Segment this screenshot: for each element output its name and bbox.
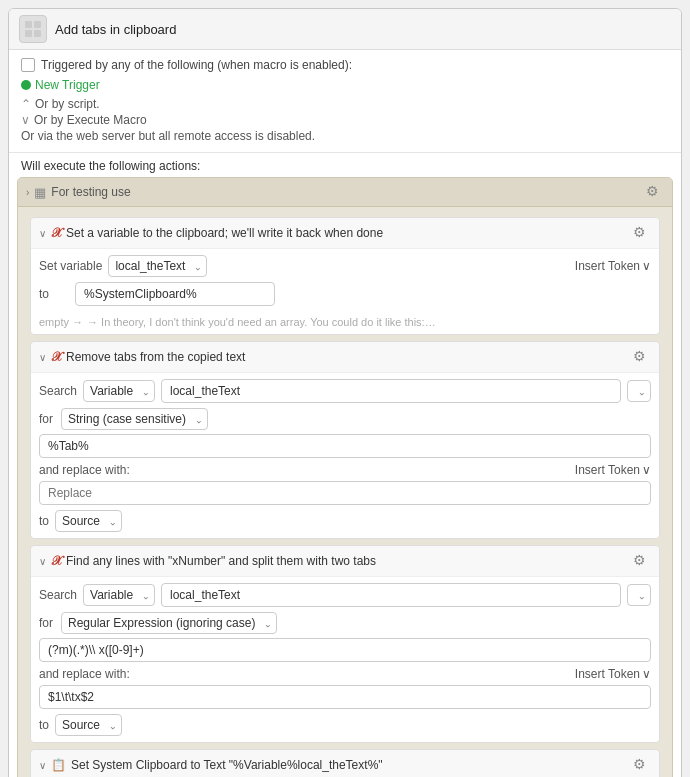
action2-for-type-select[interactable]: String (case sensitive) [61,408,208,430]
triggers-header-text: Triggered by any of the following (when … [41,58,352,72]
group-gear-icon[interactable]: ⚙ [646,183,664,201]
action1-body: Set variable local_theText Insert Token … [31,249,659,334]
action3-for-value-row [39,638,651,662]
action3-to-label: to [39,718,49,732]
action3-replace-label-row: and replace with: Insert Token ∨ [39,667,651,681]
action1-set-label: Set variable [39,259,102,273]
action-set-variable: ∨ 𝒳 Set a variable to the clipboard; we'… [30,217,660,335]
action1-variable-select-wrap: local_theText [108,255,207,277]
action1-chevron-icon[interactable]: ∨ [39,228,46,239]
action-group-title-row: › ▦ For testing use [26,185,131,200]
action3-body: Search Variable [31,577,659,742]
action3-for-type-wrap: Regular Expression (ignoring case) [61,612,277,634]
enabled-checkbox[interactable] [21,58,35,72]
action3-insert-token[interactable]: Insert Token ∨ [575,667,651,681]
action3-replace-input[interactable] [39,685,651,709]
action3-for-label: for [39,616,57,630]
action2-variable-dropdown[interactable] [627,380,651,402]
triggers-header: Triggered by any of the following (when … [21,58,669,72]
action3-for-row: for Regular Expression (ignoring case) [39,612,651,634]
action2-to-type-wrap: Source [55,510,122,532]
action-remove-tabs: ∨ 𝒳 Remove tabs from the copied text ⚙ S… [30,341,660,539]
action3-for-type-select[interactable]: Regular Expression (ignoring case) [61,612,277,634]
action2-body: Search Variable [31,373,659,538]
action1-hint-text: → In theory, I don't think you'd need an… [87,316,436,328]
action3-replace-label: and replace with: [39,667,130,681]
new-trigger-button[interactable]: New Trigger [21,78,669,92]
action-set-clipboard: ∨ 📋 Set System Clipboard to Text "%Varia… [30,749,660,777]
action-group-header: › ▦ For testing use ⚙ [18,178,672,207]
action1-to-row: to [39,282,651,306]
action2-title-text: Remove tabs from the copied text [66,350,245,364]
action3-to-type-wrap: Source [55,714,122,736]
action1-to-input[interactable] [75,282,275,306]
action2-gear-icon[interactable]: ⚙ [633,348,651,366]
action2-replace-label-row: and replace with: Insert Token ∨ [39,463,651,477]
action2-replace-input-row [39,481,651,505]
trigger-item-execute-macro: ∨ Or by Execute Macro [21,112,669,128]
action1-insert-token[interactable]: Insert Token ∨ [575,259,651,273]
trigger-web-text: Or via the web server but all remote acc… [21,129,315,143]
main-container: Add tabs in clipboard Triggered by any o… [8,8,682,777]
action4-gear-icon[interactable]: ⚙ [633,756,651,774]
action4-title-text: Set System Clipboard to Text "%Variable%… [71,758,383,772]
action2-title-row: ∨ 𝒳 Remove tabs from the copied text [39,349,245,365]
svg-rect-3 [34,30,41,37]
action2-replace-input[interactable] [39,481,651,505]
action1-empty-arrow: empty → [39,316,83,328]
trigger-item-script: ⌃ Or by script. [21,96,669,112]
trigger-script-text: Or by script. [35,97,100,111]
action3-variable-input[interactable] [161,583,621,607]
action2-for-value-input[interactable] [39,434,651,458]
action2-insert-token[interactable]: Insert Token ∨ [575,463,651,477]
trigger-item-web: Or via the web server but all remote acc… [21,128,669,144]
macro-title: Add tabs in clipboard [55,22,176,37]
action2-to-type-select[interactable]: Source [55,510,122,532]
action1-variable-select[interactable]: local_theText [108,255,207,277]
svg-rect-2 [25,30,32,37]
action4-chevron-icon[interactable]: ∨ [39,760,46,771]
action2-for-row: for String (case sensitive) [39,408,651,430]
action3-script-icon: 𝒳 [51,553,61,569]
action3-for-value-input[interactable] [39,638,651,662]
action3-variable-dropdown-wrap [627,584,651,606]
action4-doc-icon: 📋 [51,758,66,772]
action3-title-text: Find any lines with "xNumber" and split … [66,554,376,568]
action3-to-type-select[interactable]: Source [55,714,122,736]
action3-to-row: to Source [39,714,651,736]
action2-variable-input[interactable] [161,379,621,403]
action3-gear-icon[interactable]: ⚙ [633,552,651,570]
action2-for-label: for [39,412,57,426]
action2-script-icon: 𝒳 [51,349,61,365]
action2-search-row: Search Variable [39,379,651,403]
action3-search-label: Search [39,588,77,602]
action3-search-type-select[interactable]: Variable [83,584,155,606]
action3-insert-token-arrow: ∨ [642,667,651,681]
action3-chevron-icon[interactable]: ∨ [39,556,46,567]
action-find-lines: ∨ 𝒳 Find any lines with "xNumber" and sp… [30,545,660,743]
actions-container: › ▦ For testing use ⚙ ∨ 𝒳 Set a variable… [9,177,681,777]
action1-gear-icon[interactable]: ⚙ [633,224,651,242]
action4-title-row: ∨ 📋 Set System Clipboard to Text "%Varia… [39,758,383,772]
action2-to-row: to Source [39,510,651,532]
action3-title-row: ∨ 𝒳 Find any lines with "xNumber" and sp… [39,553,376,569]
action-group-testing: › ▦ For testing use ⚙ ∨ 𝒳 Set a variable… [17,177,673,777]
new-trigger-label: New Trigger [35,78,100,92]
action3-variable-dropdown[interactable] [627,584,651,606]
action2-for-type-wrap: String (case sensitive) [61,408,208,430]
triggers-section: Triggered by any of the following (when … [9,50,681,153]
group-title-text: For testing use [51,185,130,199]
new-trigger-dot [21,80,31,90]
action1-script-icon: 𝒳 [51,225,61,241]
trigger-execute-text: Or by Execute Macro [34,113,147,127]
action2-chevron-icon[interactable]: ∨ [39,352,46,363]
action2-search-label: Search [39,384,77,398]
insert-token-arrow1: ∨ [642,259,651,273]
action2-variable-dropdown-wrap [627,380,651,402]
action3-header: ∨ 𝒳 Find any lines with "xNumber" and sp… [31,546,659,577]
action2-insert-token-arrow: ∨ [642,463,651,477]
svg-rect-0 [25,21,32,28]
group-chevron-icon[interactable]: › [26,187,29,198]
action2-header: ∨ 𝒳 Remove tabs from the copied text ⚙ [31,342,659,373]
action2-search-type-select[interactable]: Variable [83,380,155,402]
